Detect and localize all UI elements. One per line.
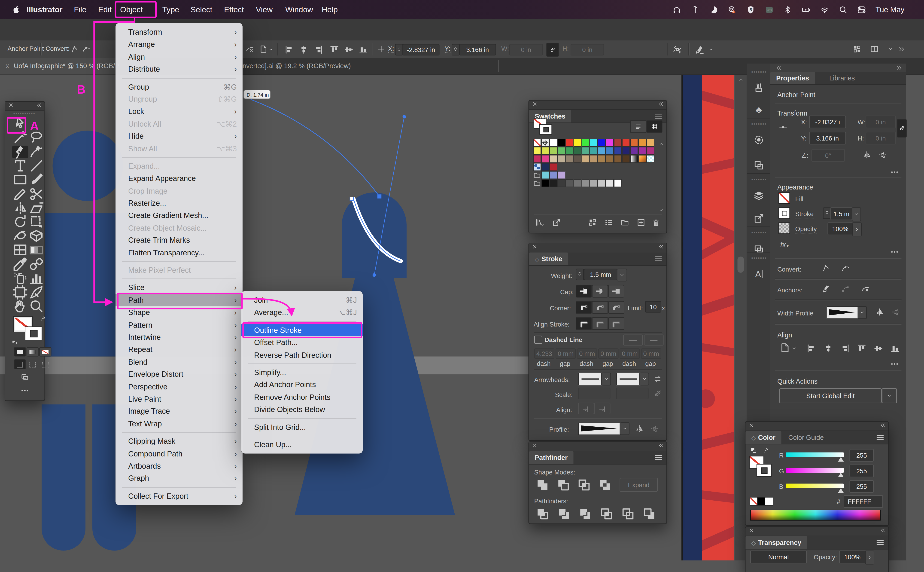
swatch-list-view-icon[interactable] xyxy=(604,218,613,227)
menu-item-expand-appearance[interactable]: Expand Appearance xyxy=(116,173,243,185)
menubar-item-type[interactable]: Type xyxy=(163,0,179,19)
add-anchor-icon[interactable] xyxy=(377,45,386,54)
eyedropper-tool[interactable] xyxy=(12,258,28,270)
cap-butt-button[interactable] xyxy=(576,285,592,298)
document-tab-inactive[interactable]: nverted].ai @ 19.2 % (RGB/Preview) xyxy=(243,58,351,75)
slice-tool[interactable] xyxy=(28,286,45,298)
tab-stroke[interactable]: ◇Stroke xyxy=(529,253,568,265)
draw-inside-button[interactable] xyxy=(39,359,51,369)
collapse-panel-icon[interactable] xyxy=(658,443,664,448)
crop-button[interactable] xyxy=(598,507,614,521)
menu-item-reverse-path-direction[interactable]: Reverse Path Direction xyxy=(241,349,363,361)
swatch[interactable] xyxy=(549,179,557,187)
flip-across-icon[interactable] xyxy=(635,424,644,433)
swatch[interactable] xyxy=(606,139,614,147)
menubar-item-illustrator[interactable]: Illustrator xyxy=(26,0,63,19)
menubar-item-help[interactable]: Help xyxy=(322,0,338,19)
align-stroke-center-button[interactable] xyxy=(576,317,592,330)
blend-tool[interactable] xyxy=(28,258,45,270)
align-top-icon[interactable] xyxy=(857,343,867,354)
more-options-icon[interactable] xyxy=(890,168,899,177)
pen-tool[interactable] xyxy=(12,145,28,158)
y-field-label[interactable]: Y: xyxy=(445,45,450,53)
transform-icon[interactable] xyxy=(672,45,683,55)
list-view-button[interactable] xyxy=(630,120,646,133)
panel-menu-icon[interactable] xyxy=(654,254,663,263)
swatch-pattern[interactable] xyxy=(533,163,541,171)
grid-view-button[interactable] xyxy=(646,120,662,133)
swatch[interactable] xyxy=(598,147,606,155)
menu-item-image-trace[interactable]: Image Trace› xyxy=(116,405,243,417)
swatch[interactable] xyxy=(646,139,654,147)
align-top-icon[interactable] xyxy=(329,45,340,55)
twirl-tool[interactable] xyxy=(12,216,28,228)
column-graph-tool[interactable] xyxy=(28,272,45,284)
align-to-chevron-icon[interactable] xyxy=(791,345,797,351)
fx-label[interactable]: fx▾ xyxy=(780,240,788,249)
more-align-icon[interactable] xyxy=(890,359,899,368)
menu-item-collect-for-export[interactable]: Collect For Export› xyxy=(116,490,243,502)
stroke-weight-input[interactable]: 1.5 mm xyxy=(584,269,617,280)
menu-item-arrange[interactable]: Arrange› xyxy=(116,38,243,51)
corner-bevel-button[interactable] xyxy=(608,301,625,314)
mini-fill-stroke-icon[interactable] xyxy=(750,447,757,454)
color-group-folder[interactable] xyxy=(533,179,541,187)
edit-toolbar-icon[interactable] xyxy=(20,386,29,395)
x-input[interactable]: -2.8327 i xyxy=(809,115,846,128)
panel-menu-icon[interactable] xyxy=(654,112,663,121)
r-slider[interactable] xyxy=(786,452,844,457)
close-panel-icon[interactable] xyxy=(532,244,538,250)
swatch[interactable] xyxy=(590,179,598,187)
align-bottom-icon[interactable] xyxy=(358,45,369,55)
rectangle-tool[interactable] xyxy=(12,173,28,186)
menu-item-rasterize[interactable]: Rasterize... xyxy=(116,197,243,209)
swatch-none[interactable] xyxy=(533,139,541,147)
r-slider-knob[interactable] xyxy=(838,457,844,462)
swatch[interactable] xyxy=(574,139,581,147)
g-input[interactable]: 255 xyxy=(850,465,874,477)
b-slider[interactable] xyxy=(786,484,844,488)
touch-workspace-icon[interactable] xyxy=(853,45,862,54)
draw-behind-button[interactable] xyxy=(26,359,39,369)
trim-button[interactable] xyxy=(555,507,572,521)
artboard-align-icon[interactable] xyxy=(259,45,268,54)
g-slider-knob[interactable] xyxy=(838,473,844,477)
align-bottom-icon[interactable] xyxy=(890,343,901,354)
align-stroke-inside-button[interactable] xyxy=(592,317,608,330)
mesh-tool[interactable] xyxy=(12,244,28,256)
pie-icon[interactable] xyxy=(709,5,718,14)
stroke-indicator-white[interactable] xyxy=(757,465,771,476)
align-left-icon[interactable] xyxy=(284,45,295,55)
reflect-tool[interactable] xyxy=(12,202,28,214)
swatch[interactable] xyxy=(581,139,590,147)
convert-corner-icon[interactable] xyxy=(70,45,79,54)
dock-asset-export-icon[interactable] xyxy=(753,213,764,224)
spotlight-icon[interactable] xyxy=(839,5,848,14)
swatch[interactable] xyxy=(557,179,566,187)
swatch[interactable] xyxy=(541,163,549,171)
close-panel-icon[interactable] xyxy=(532,101,538,107)
color-spectrum-bar[interactable] xyxy=(750,510,881,521)
arrowhead-start-dropdown[interactable] xyxy=(601,373,611,385)
r-input[interactable]: 255 xyxy=(850,449,874,462)
more-appearance-icon[interactable] xyxy=(890,247,899,256)
stroke-swatch-white[interactable] xyxy=(25,327,42,340)
swatch[interactable] xyxy=(566,179,574,187)
tab-transparency[interactable]: ◇Transparency xyxy=(746,536,807,549)
menu-item-outline-stroke[interactable]: Outline Stroke xyxy=(241,324,363,336)
swatch[interactable] xyxy=(557,139,566,147)
curvature-tool[interactable] xyxy=(28,145,45,158)
shaper-tool[interactable] xyxy=(12,230,28,242)
close-panel-icon[interactable] xyxy=(532,443,538,448)
menubar-item-object[interactable]: Object xyxy=(120,0,143,19)
link-dimensions-button[interactable] xyxy=(897,119,907,137)
align-hcenter-icon[interactable] xyxy=(823,343,833,354)
swatch[interactable] xyxy=(541,179,549,187)
unite-button[interactable] xyxy=(534,478,550,492)
scroll-up-icon[interactable] xyxy=(738,77,744,83)
dock-artboards-icon[interactable] xyxy=(753,160,764,171)
tab-close-icon[interactable]: x xyxy=(6,62,9,69)
swatch[interactable] xyxy=(541,155,549,163)
panel-menu-icon[interactable] xyxy=(876,538,885,547)
line-segment-tool[interactable] xyxy=(28,160,45,172)
